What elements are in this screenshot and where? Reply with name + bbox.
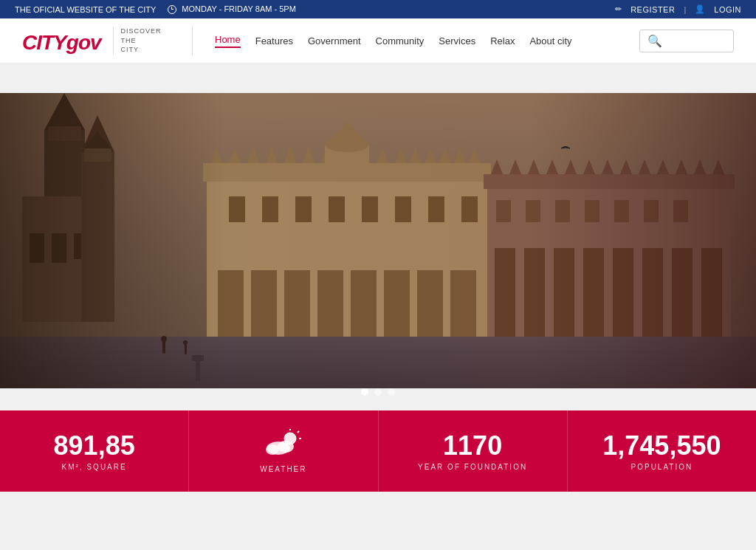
logo-text: CITYgov (22, 27, 101, 54)
clock-icon (168, 5, 176, 14)
stat-weather-label: WEATHER (260, 465, 306, 473)
hero-image (0, 93, 756, 388)
separator: | (684, 5, 686, 14)
stat-foundation-value: 1170 (443, 431, 502, 461)
carousel-dots (361, 388, 395, 396)
nav-services[interactable]: Services (439, 35, 475, 47)
bottom-area (0, 492, 756, 536)
top-bar-left: THE OFICIAL WEBSITE OF THE CITY MONDAY -… (15, 4, 296, 14)
stat-foundation-label: YEAR OF FOUNDATION (418, 463, 527, 471)
official-website-text: THE OFICIAL WEBSITE OF THE CITY (15, 5, 156, 14)
stat-weather: WEATHER (189, 410, 378, 492)
hours-text: MONDAY - FRIDAY 8AM - 5PM (182, 4, 295, 13)
top-bar-right: ✏ REGISTER | 👤 LOGIN (615, 4, 741, 14)
logo-divider (192, 26, 193, 55)
nav-relax[interactable]: Relax (490, 35, 515, 47)
svg-line-92 (298, 431, 299, 433)
main-nav: Home Features Government Community Servi… (215, 34, 625, 48)
search-icon: 🔍 (647, 34, 662, 48)
svg-point-96 (266, 444, 279, 455)
stat-area-label: KM², SQUARE (62, 463, 127, 471)
nav-about-city[interactable]: About city (529, 35, 571, 47)
weather-icon (265, 429, 302, 459)
logo-gov: gov (66, 31, 101, 54)
nav-features[interactable]: Features (255, 35, 293, 47)
search-box[interactable]: 🔍 (639, 30, 734, 52)
stat-population-label: POPULATION (631, 463, 693, 471)
stat-area: 891,85 KM², SQUARE (0, 410, 189, 492)
stat-population: 1,745,550 POPULATION (568, 410, 756, 492)
tagline-line3: CITY (121, 46, 140, 53)
tagline-line2: THE (121, 37, 137, 44)
register-link[interactable]: REGISTER (630, 5, 675, 14)
top-bar: THE OFICIAL WEBSITE OF THE CITY MONDAY -… (0, 0, 756, 18)
clock-icon-wrapper: MONDAY - FRIDAY 8AM - 5PM (168, 4, 296, 14)
stat-population-value: 1,745,550 (602, 431, 721, 461)
nav-home[interactable]: Home (215, 34, 241, 48)
svg-rect-89 (0, 93, 756, 388)
stat-foundation: 1170 YEAR OF FOUNDATION (379, 410, 568, 492)
search-input[interactable] (667, 35, 726, 46)
logo-tagline: DISCOVER THE CITY (113, 27, 162, 55)
hero-section (0, 63, 756, 410)
stats-bar: 891,85 KM², SQUARE WEATHER 1170 YEAR OF … (0, 410, 756, 492)
logo-city: CITY (22, 31, 66, 54)
nav-community[interactable]: Community (376, 35, 425, 47)
tagline-line1: DISCOVER (121, 27, 162, 35)
carousel-dot-1[interactable] (361, 388, 368, 396)
pencil-icon: ✏ (615, 4, 622, 14)
carousel-dot-2[interactable] (374, 388, 382, 396)
login-link[interactable]: LOGIN (714, 5, 741, 14)
stat-area-value: 891,85 (54, 431, 135, 461)
logo-section: CITYgov DISCOVER THE CITY (22, 27, 170, 55)
header: CITYgov DISCOVER THE CITY Home Features … (0, 18, 756, 63)
nav-government[interactable]: Government (308, 35, 361, 47)
svg-point-95 (278, 441, 294, 453)
carousel-dot-3[interactable] (388, 388, 395, 396)
user-icon: 👤 (695, 4, 705, 14)
